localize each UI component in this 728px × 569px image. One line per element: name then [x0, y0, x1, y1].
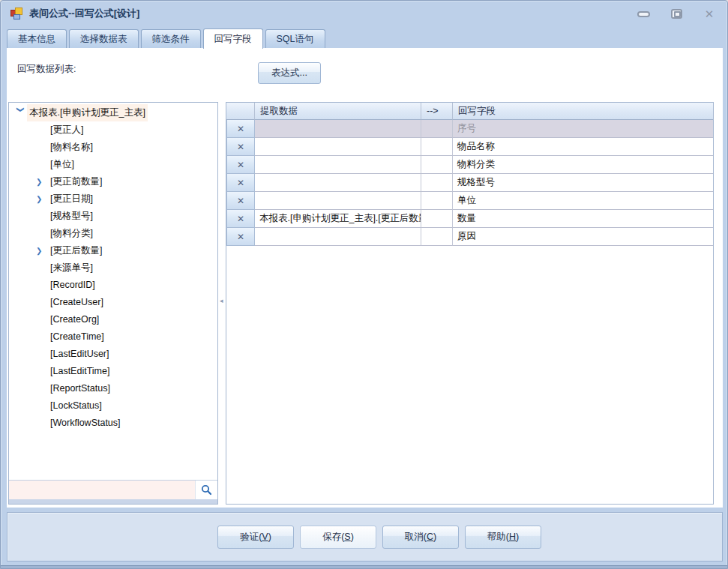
tab-3[interactable]: 筛选条件 — [141, 29, 201, 49]
grid-row[interactable]: ✕序号 — [226, 120, 713, 138]
tree-item[interactable]: [物料名称] — [9, 139, 217, 156]
tab-5[interactable]: SQL语句 — [265, 29, 325, 49]
writeback-field-cell[interactable]: 物品名称 — [453, 138, 713, 156]
grid-row[interactable]: ✕物料分类 — [226, 156, 713, 174]
maximize-icon[interactable] — [669, 8, 684, 19]
tree-item-label: [来源单号] — [48, 259, 95, 277]
grid-row[interactable]: ✕原因 — [226, 228, 713, 246]
delete-row-button[interactable]: ✕ — [226, 156, 255, 174]
tree-item-label: [更正后数量] — [48, 242, 104, 259]
delete-row-button[interactable]: ✕ — [226, 210, 255, 228]
tree-item-label: 本报表.[申购计划更正_主表] — [27, 104, 148, 121]
tree-item[interactable]: [CreateUser] — [9, 294, 217, 311]
delete-row-button[interactable]: ✕ — [226, 192, 255, 210]
extract-data-cell[interactable] — [255, 120, 421, 138]
search-button[interactable] — [195, 481, 217, 499]
delete-row-button[interactable]: ✕ — [226, 120, 255, 138]
writeback-field-cell[interactable]: 物料分类 — [453, 156, 713, 174]
arrow-cell[interactable] — [421, 174, 453, 192]
footer-button-c[interactable]: 取消(C) — [382, 526, 459, 549]
minimize-icon[interactable] — [636, 8, 651, 19]
extract-data-cell[interactable] — [255, 192, 421, 210]
extract-data-cell[interactable]: 本报表.[申购计划更正_主表].[更正后数量] — [255, 210, 421, 228]
grid-body: ✕序号✕物品名称✕物料分类✕规格型号✕单位✕本报表.[申购计划更正_主表].[更… — [226, 120, 713, 246]
tab-1[interactable]: 基本信息 — [7, 29, 67, 49]
arrow-cell[interactable] — [421, 156, 453, 174]
window-controls: ✕ — [636, 8, 717, 19]
grid-header-cell: 回写字段 — [453, 103, 713, 120]
grid-header-cell — [226, 103, 255, 120]
writeback-field-cell[interactable]: 单位 — [453, 192, 713, 210]
delete-x-icon: ✕ — [237, 232, 244, 241]
writeback-field-cell[interactable]: 数量 — [453, 210, 713, 228]
delete-x-icon: ✕ — [237, 178, 244, 187]
tree-item-label: [更正前数量] — [48, 173, 104, 190]
grid-header-cell: --> — [421, 103, 453, 120]
tree-item-label: [CreateOrg] — [48, 311, 101, 328]
tree-item[interactable]: [更正日期] — [9, 190, 217, 208]
writeback-list-label: 回写数据列表: — [17, 63, 76, 76]
writeback-field-cell[interactable]: 规格型号 — [453, 174, 713, 192]
arrow-cell[interactable] — [421, 192, 453, 210]
tree-item[interactable]: [CreateTime] — [9, 328, 217, 346]
tree-item-label: [LastEditTime] — [48, 363, 112, 380]
delete-row-button[interactable]: ✕ — [226, 138, 255, 156]
tree-item[interactable]: [更正前数量] — [9, 173, 217, 190]
expression-button[interactable]: 表达式... — [258, 62, 321, 84]
tree-item[interactable]: [LastEditTime] — [9, 363, 217, 380]
grid-row[interactable]: ✕单位 — [226, 192, 713, 210]
grid-row[interactable]: ✕物品名称 — [226, 138, 713, 156]
tree-item[interactable]: [LockStatus] — [9, 397, 217, 415]
tree-item-label: [物料名称] — [48, 139, 95, 156]
tree-item[interactable]: [CreateOrg] — [9, 311, 217, 328]
extract-data-cell[interactable] — [255, 228, 421, 246]
tree-item[interactable]: [LastEditUser] — [9, 346, 217, 363]
arrow-cell[interactable] — [421, 228, 453, 246]
grid-row[interactable]: ✕规格型号 — [226, 174, 713, 192]
tree-item[interactable]: [RecordID] — [9, 277, 217, 294]
tree-item[interactable]: [来源单号] — [9, 259, 217, 277]
tree-item[interactable]: [更正后数量] — [9, 242, 217, 259]
tree-item[interactable]: [WorkflowStatus] — [9, 415, 217, 432]
search-input[interactable] — [9, 481, 195, 499]
delete-row-button[interactable]: ✕ — [226, 174, 255, 192]
extract-data-cell[interactable] — [255, 138, 421, 156]
extract-data-cell[interactable] — [255, 174, 421, 192]
tree-item-label: [CreateTime] — [48, 328, 106, 346]
tree-item[interactable]: [更正人] — [9, 121, 217, 139]
tree-item-label: [RecordID] — [48, 277, 97, 294]
title-bar[interactable]: 表间公式--回写公式[设计] ✕ — [1, 1, 727, 26]
footer-button-h[interactable]: 帮助(H) — [465, 526, 541, 549]
panel-bottom-strip — [9, 499, 217, 504]
delete-x-icon: ✕ — [237, 160, 244, 169]
arrow-cell[interactable] — [421, 120, 453, 138]
tree-item[interactable]: [ReportStatus] — [9, 380, 217, 397]
chevron-right-icon[interactable] — [36, 190, 45, 208]
arrow-cell[interactable] — [421, 138, 453, 156]
chevron-right-icon[interactable] — [36, 242, 45, 259]
tree-item[interactable]: [物料分类] — [9, 225, 217, 242]
writeback-field-cell[interactable]: 序号 — [453, 120, 713, 138]
arrow-cell[interactable] — [421, 210, 453, 228]
writeback-field-cell[interactable]: 原因 — [453, 228, 713, 246]
tab-4[interactable]: 回写字段 — [203, 28, 263, 49]
footer-button-v[interactable]: 验证(V) — [217, 526, 294, 549]
delete-x-icon: ✕ — [237, 196, 244, 205]
delete-row-button[interactable]: ✕ — [226, 228, 255, 246]
window-bottom-edge — [1, 565, 727, 568]
tree-item[interactable]: 本报表.[申购计划更正_主表] — [9, 104, 217, 121]
tab-2[interactable]: 选择数据表 — [69, 29, 139, 49]
field-tree: 本报表.[申购计划更正_主表][更正人][物料名称][单位][更正前数量][更正… — [9, 103, 217, 480]
extract-data-cell[interactable] — [255, 156, 421, 174]
close-icon[interactable]: ✕ — [702, 8, 717, 19]
grid-header-row: 提取数据-->回写字段 — [226, 103, 713, 120]
tree-item[interactable]: [单位] — [9, 156, 217, 173]
footer-button-s[interactable]: 保存(S) — [300, 526, 376, 549]
grid-row[interactable]: ✕本报表.[申购计划更正_主表].[更正后数量]数量 — [226, 210, 713, 228]
tree-item[interactable]: [规格型号] — [9, 208, 217, 225]
window-title: 表间公式--回写公式[设计] — [29, 7, 139, 20]
grid-header-cell: 提取数据 — [255, 103, 421, 120]
tree-item-label: [LastEditUser] — [48, 346, 112, 363]
collapse-left-icon[interactable]: ◂ — [220, 297, 223, 304]
chevron-right-icon[interactable] — [36, 173, 45, 190]
